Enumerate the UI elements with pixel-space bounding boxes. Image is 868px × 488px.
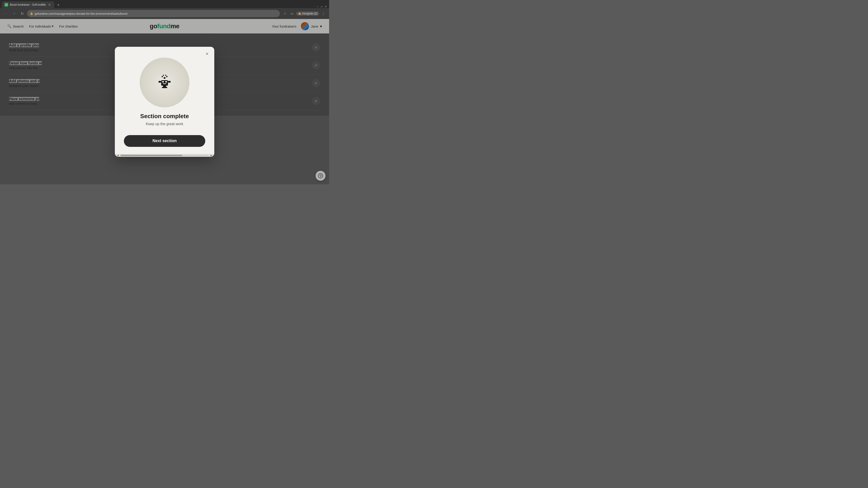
svg-point-5 xyxy=(165,74,166,76)
scrollbar-track[interactable] xyxy=(121,155,209,156)
modal-close-button[interactable]: × xyxy=(204,51,211,58)
url-bar[interactable]: 🔒 gofundme.com/manage/wdywu-donate-for-t… xyxy=(27,10,280,17)
browser-chrome: Boost fundraiser - GoFundMe ✕ + ─ ▭ ✕ ← … xyxy=(0,0,329,19)
tab-title: Boost fundraiser - GoFundMe xyxy=(10,3,46,6)
svg-rect-10 xyxy=(158,81,161,83)
menu-button[interactable]: ⋮ xyxy=(320,10,327,17)
svg-point-1 xyxy=(164,77,165,79)
scrollbar-thumb xyxy=(121,155,182,156)
svg-rect-12 xyxy=(163,86,166,87)
reload-icon: ↻ xyxy=(21,11,24,16)
modal-circle-background xyxy=(140,58,189,107)
svg-rect-11 xyxy=(168,81,170,83)
svg-rect-8 xyxy=(165,81,167,83)
new-tab-button[interactable]: + xyxy=(55,2,61,8)
tab-bar: Boost fundraiser - GoFundMe ✕ + ─ ▭ ✕ xyxy=(0,0,329,8)
svg-rect-7 xyxy=(162,81,164,83)
browser-actions: ☆ ▭ 🕵 Incognito (2) ⋮ xyxy=(282,10,327,17)
close-window-button[interactable]: ✕ xyxy=(324,5,327,8)
svg-point-2 xyxy=(162,76,163,77)
svg-rect-6 xyxy=(161,80,168,86)
bookmark-button[interactable]: ☆ xyxy=(282,10,288,17)
incognito-icon: 🕵 xyxy=(298,12,301,15)
trophy-icon xyxy=(156,73,174,92)
modal-body: Section complete Keep up the great work … xyxy=(115,47,214,154)
reload-button[interactable]: ↻ xyxy=(19,10,25,17)
incognito-label: Incognito (2) xyxy=(302,12,317,15)
close-icon: × xyxy=(206,51,209,57)
svg-rect-13 xyxy=(162,87,167,88)
modal-overlay: × xyxy=(0,19,329,184)
forward-button[interactable]: → xyxy=(11,10,17,17)
page-background: 🔍 Search For individuals ▾ For charities… xyxy=(0,19,329,184)
section-complete-modal: × xyxy=(115,47,214,157)
forward-icon: → xyxy=(12,11,16,15)
maximize-button[interactable]: ▭ xyxy=(320,5,323,8)
window-controls: ─ ▭ ✕ xyxy=(316,5,327,8)
split-screen-button[interactable]: ▭ xyxy=(289,10,295,17)
scroll-left-icon[interactable]: ◀ xyxy=(117,154,119,157)
next-section-button[interactable]: Next section xyxy=(124,135,205,147)
minimize-button[interactable]: ─ xyxy=(316,5,319,8)
svg-point-4 xyxy=(163,74,164,76)
scroll-right-icon[interactable]: ▶ xyxy=(211,154,213,157)
tab-close-button[interactable]: ✕ xyxy=(48,3,52,7)
incognito-badge[interactable]: 🕵 Incognito (2) xyxy=(296,11,319,15)
modal-title: Section complete xyxy=(140,113,189,120)
url-text: gofundme.com/manage/wdywu-donate-for-the… xyxy=(35,12,127,15)
active-tab[interactable]: Boost fundraiser - GoFundMe ✕ xyxy=(2,1,54,8)
lock-icon: 🔒 xyxy=(30,12,33,15)
modal-scrollbar-area: ◀ ▶ xyxy=(115,154,214,157)
svg-point-3 xyxy=(166,76,167,77)
svg-rect-9 xyxy=(163,84,166,84)
back-icon: ← xyxy=(4,11,8,15)
modal-subtitle: Keep up the great work xyxy=(146,122,183,126)
address-bar: ← → ↻ 🔒 gofundme.com/manage/wdywu-donate… xyxy=(0,8,329,19)
back-button[interactable]: ← xyxy=(3,10,9,17)
tab-favicon xyxy=(4,3,8,6)
